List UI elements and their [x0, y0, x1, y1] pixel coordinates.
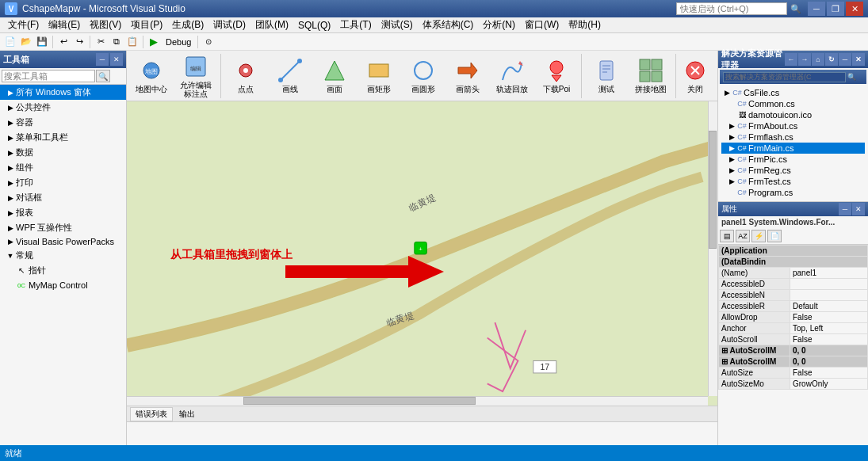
props-scroll[interactable]: (Application (DataBindin (Name) panel1 A…	[718, 245, 868, 445]
file-item-frmabout[interactable]: ▶ C# FrmAbout.cs	[721, 120, 865, 131]
app-tool-draw-circle[interactable]: 画圆形	[402, 53, 445, 99]
restore-button[interactable]: ❐	[827, 2, 844, 16]
toolbox-close-button[interactable]: ✕	[110, 53, 123, 66]
toolbox-category-label: 组件	[16, 162, 33, 173]
menu-view[interactable]: 视图(V)	[85, 17, 126, 33]
file-item-frmmain[interactable]: ▶ C# FrmMain.cs	[721, 143, 865, 154]
error-tab[interactable]: 错误列表	[130, 407, 173, 421]
v-scrollbar-thumb[interactable]	[709, 131, 717, 249]
menu-project[interactable]: 项目(P)	[126, 17, 167, 33]
app-tool-draw-shape[interactable]: 画矩形	[358, 53, 400, 99]
h-scrollbar[interactable]	[127, 396, 708, 406]
menu-file[interactable]: 文件(F)	[3, 17, 44, 33]
menu-build[interactable]: 生成(B)	[167, 17, 208, 33]
toolbox-search-input[interactable]	[2, 70, 95, 82]
cs-file-icon: C#	[737, 188, 747, 197]
toolbox-item-wpf[interactable]: ▶ WPF 互操作性	[0, 220, 126, 235]
menu-arch[interactable]: 体系结构(C)	[418, 17, 479, 33]
file-item-frmtest[interactable]: ▶ C# FrmTest.cs	[721, 176, 865, 187]
app-tool-download-poi[interactable]: 下载Poi	[535, 53, 578, 99]
app-tool-point[interactable]: 点点	[224, 53, 267, 99]
toolbox-item-vbpp[interactable]: ▶ Visual Basic PowerPacks	[0, 235, 126, 248]
toolbox-item-report[interactable]: ▶ 报表	[0, 205, 126, 220]
menu-bar: 文件(F) 编辑(E) 视图(V) 项目(P) 生成(B) 调试(D) 团队(M…	[0, 17, 868, 33]
app-tool-draw-arrow[interactable]: 画箭头	[446, 53, 489, 99]
toolbox-item-general[interactable]: ▼ 常规	[0, 248, 126, 263]
props-row-autoscrollm1: ⊞ AutoScrollM 0, 0	[719, 345, 868, 356]
menu-edit[interactable]: 编辑(E)	[44, 17, 85, 33]
menu-window[interactable]: 窗口(W)	[520, 17, 564, 33]
toolbox-item-print[interactable]: ▶ 打印	[0, 175, 126, 190]
props-row-name: (Name) panel1	[719, 268, 868, 279]
allow-edit-icon: 编辑	[183, 54, 208, 79]
props-pin-button[interactable]: ─	[839, 203, 851, 215]
menu-test[interactable]: 测试(S)	[377, 17, 418, 33]
attach-icon[interactable]: ⊙	[201, 35, 216, 49]
file-item-frmflash[interactable]: ▶ C# Frmflash.cs	[721, 131, 865, 143]
open-file-icon[interactable]: 📂	[19, 35, 33, 49]
menu-help[interactable]: 帮助(H)	[564, 17, 606, 33]
start-debug-icon[interactable]: ▶	[147, 35, 161, 49]
cut-icon[interactable]: ✂	[94, 35, 108, 49]
redo-icon[interactable]: ↪	[72, 35, 86, 49]
se-nav-back-button[interactable]: ←	[785, 53, 797, 66]
se-pin-button[interactable]: ─	[839, 53, 851, 66]
file-item-icon[interactable]: 🖼 damotouicon.ico	[721, 109, 865, 120]
quick-search-input[interactable]	[676, 2, 787, 15]
search-icon: 🔍	[790, 4, 801, 14]
expand-icon: ▶	[6, 149, 14, 157]
menu-debug[interactable]: 调试(D)	[208, 17, 250, 33]
app-tool-line[interactable]: 画线	[269, 53, 312, 99]
app-tool-area[interactable]: 画面	[313, 53, 356, 99]
se-home-button[interactable]: ⌂	[812, 53, 824, 66]
file-item-common[interactable]: C# Common.cs	[721, 98, 865, 109]
app-tool-allow-edit[interactable]: 编辑 允许编辑标注点	[174, 53, 217, 99]
new-file-icon[interactable]: 📄	[3, 35, 17, 49]
toolbox-item-all-windows[interactable]: ▶ 所有 Windows 窗体	[0, 85, 126, 100]
toolbox-item-mymap[interactable]: 0C MyMap Control	[0, 278, 126, 292]
menu-sql[interactable]: SQL(Q)	[293, 18, 335, 32]
props-property-pages-button[interactable]: 📄	[767, 230, 782, 242]
file-item-clsfile[interactable]: ▶ C# CsFile.cs	[721, 87, 865, 98]
toolbox-item-menu-toolbar[interactable]: ▶ 菜单和工具栏	[0, 130, 126, 145]
file-item-frmpic[interactable]: ▶ C# FrmPic.cs	[721, 154, 865, 165]
h-scrollbar-thumb[interactable]	[243, 397, 476, 405]
toolbox-item-data[interactable]: ▶ 数据	[0, 145, 126, 160]
menu-analyze[interactable]: 分析(N)	[478, 17, 520, 33]
toolbox-item-component[interactable]: ▶ 组件	[0, 160, 126, 175]
svg-text:地图: 地图	[144, 68, 158, 75]
copy-icon[interactable]: ⧉	[109, 35, 124, 49]
toolbox-item-pointer[interactable]: ↖ 指针	[0, 263, 126, 278]
file-item-frmreg[interactable]: ▶ C# FrmReg.cs	[721, 165, 865, 176]
app-tool-tile-map[interactable]: 拼接地图	[629, 53, 672, 99]
save-icon[interactable]: 💾	[35, 35, 49, 49]
menu-tools[interactable]: 工具(T)	[335, 17, 376, 33]
app-tool-test[interactable]: 测试	[585, 53, 628, 99]
props-close-button[interactable]: ✕	[852, 203, 865, 215]
svg-rect-23	[652, 71, 662, 82]
toolbox-pin-button[interactable]: ─	[96, 53, 109, 66]
v-scrollbar[interactable]	[708, 101, 717, 396]
file-item-program[interactable]: C# Program.cs	[721, 187, 865, 198]
minimize-button[interactable]: ─	[808, 2, 825, 16]
props-sort-category-button[interactable]: ▤	[720, 230, 734, 242]
toolbox-item-container[interactable]: ▶ 容器	[0, 115, 126, 130]
se-refresh-button[interactable]: ↻	[825, 53, 838, 66]
download-poi-icon	[544, 58, 569, 83]
app-tool-close[interactable]: 关闭	[679, 53, 711, 99]
se-search-input[interactable]	[723, 72, 846, 82]
toolbox-item-dialog[interactable]: ▶ 对话框	[0, 190, 126, 205]
close-button[interactable]: ✕	[846, 2, 863, 16]
paste-icon[interactable]: 📋	[125, 35, 140, 49]
se-nav-forward-button[interactable]: →	[798, 53, 811, 66]
app-tool-map-center[interactable]: 地图 地图中心	[130, 53, 173, 99]
toolbox-search-icon[interactable]: 🔍	[96, 70, 110, 82]
se-close-button[interactable]: ✕	[852, 53, 865, 66]
undo-icon[interactable]: ↩	[56, 35, 71, 49]
props-sort-alpha-button[interactable]: AZ	[736, 230, 750, 242]
props-events-button[interactable]: ⚡	[751, 230, 766, 242]
app-tool-track-play[interactable]: 轨迹回放	[491, 53, 533, 99]
menu-team[interactable]: 团队(M)	[250, 17, 293, 33]
toolbox-item-common[interactable]: ▶ 公共控件	[0, 100, 126, 115]
output-tab[interactable]: 输出	[174, 408, 200, 421]
